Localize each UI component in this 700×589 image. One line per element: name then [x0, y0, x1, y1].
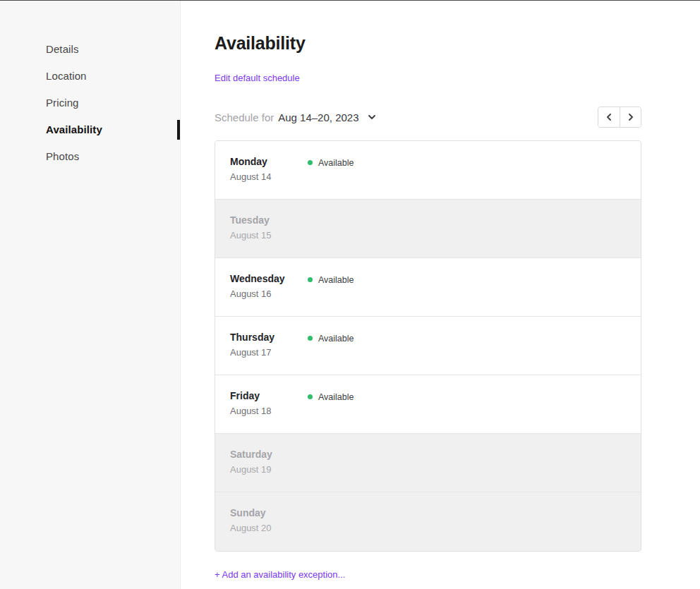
- day-name: Wednesday: [230, 274, 308, 284]
- day-status: Available: [308, 274, 354, 285]
- next-week-button[interactable]: [620, 107, 641, 127]
- day-row[interactable]: Thursday August 17 Available: [215, 317, 641, 375]
- schedule-for-label: Schedule for: [215, 111, 274, 123]
- day-name: Thursday: [230, 332, 308, 343]
- status-label: Available: [318, 392, 354, 402]
- day-row: Sunday August 20: [215, 492, 641, 551]
- day-date: August 14: [230, 171, 308, 182]
- day-name: Sunday: [230, 508, 308, 518]
- day-row: Saturday August 19: [215, 434, 641, 492]
- sidebar-item-location[interactable]: Location: [46, 70, 180, 83]
- schedule-range-dropdown[interactable]: Schedule for Aug 14–20, 2023: [215, 111, 377, 123]
- edit-default-schedule-link[interactable]: Edit default schedule: [215, 73, 300, 84]
- available-dot-icon: [308, 336, 313, 341]
- schedule-toolbar: Schedule for Aug 14–20, 2023: [215, 107, 641, 128]
- add-availability-exception-link[interactable]: + Add an availability exception...: [215, 569, 345, 581]
- availability-table: Monday August 14 Available Tuesday Augus…: [215, 140, 641, 552]
- day-date: August 18: [230, 406, 308, 416]
- day-cell: Saturday August 19: [230, 449, 308, 492]
- day-date: August 20: [230, 523, 308, 533]
- sidebar-nav: DetailsLocationPricingAvailabilityPhotos: [0, 43, 180, 163]
- previous-week-button[interactable]: [598, 107, 620, 127]
- day-name: Friday: [230, 391, 308, 401]
- day-name: Saturday: [230, 449, 308, 460]
- day-cell: Thursday August 17: [230, 332, 308, 375]
- day-name: Tuesday: [230, 215, 308, 226]
- day-cell: Wednesday August 16: [230, 274, 308, 316]
- chevron-right-icon: [627, 113, 635, 121]
- day-cell: Sunday August 20: [230, 508, 308, 551]
- day-row: Tuesday August 15: [215, 200, 641, 258]
- page-title: Availability: [215, 33, 675, 53]
- day-status: Available: [308, 333, 354, 344]
- sidebar-item-availability[interactable]: Availability: [46, 123, 180, 136]
- day-status: Available: [308, 157, 354, 168]
- day-row[interactable]: Wednesday August 16 Available: [215, 258, 641, 317]
- day-date: August 19: [230, 464, 308, 475]
- week-nav-button-group: [598, 107, 641, 128]
- day-date: August 15: [230, 230, 308, 241]
- sidebar-item-details[interactable]: Details: [46, 43, 180, 56]
- day-row[interactable]: Monday August 14 Available: [215, 141, 641, 200]
- sidebar-item-photos[interactable]: Photos: [46, 150, 180, 163]
- available-dot-icon: [308, 394, 313, 399]
- day-cell: Friday August 18: [230, 391, 308, 433]
- day-status: Available: [308, 391, 354, 402]
- chevron-left-icon: [605, 113, 613, 121]
- available-dot-icon: [308, 160, 313, 165]
- sidebar: DetailsLocationPricingAvailabilityPhotos: [0, 0, 181, 589]
- day-row[interactable]: Friday August 18 Available: [215, 375, 641, 434]
- status-label: Available: [318, 158, 354, 168]
- day-date: August 17: [230, 347, 308, 358]
- availability-panel: Availability Edit default schedule Sched…: [181, 0, 700, 589]
- active-item-indicator: [177, 120, 180, 140]
- available-dot-icon: [308, 277, 313, 282]
- day-name: Monday: [230, 157, 308, 167]
- schedule-range-value: Aug 14–20, 2023: [278, 111, 358, 123]
- status-label: Available: [318, 275, 354, 285]
- status-label: Available: [318, 334, 354, 344]
- chevron-down-icon: [367, 112, 377, 122]
- day-cell: Monday August 14: [230, 157, 308, 199]
- day-cell: Tuesday August 15: [230, 215, 308, 257]
- sidebar-item-pricing[interactable]: Pricing: [46, 97, 180, 109]
- day-date: August 16: [230, 289, 308, 299]
